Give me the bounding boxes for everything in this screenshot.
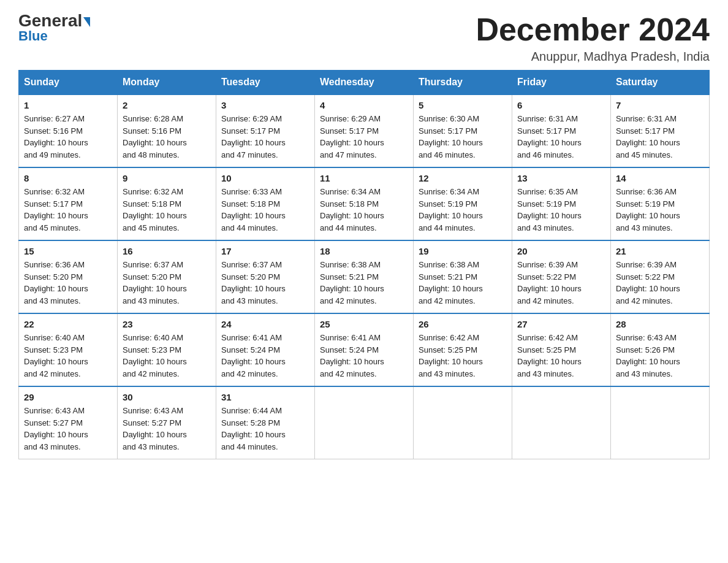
day-number: 26 — [419, 319, 507, 329]
day-info: Sunrise: 6:41 AMSunset: 5:24 PMDaylight:… — [221, 332, 309, 380]
calendar-cell: 20 Sunrise: 6:39 AMSunset: 5:22 PMDaylig… — [512, 240, 611, 313]
calendar-cell: 18 Sunrise: 6:38 AMSunset: 5:21 PMDaylig… — [315, 240, 414, 313]
calendar-cell: 1 Sunrise: 6:27 AMSunset: 5:16 PMDayligh… — [19, 94, 118, 167]
calendar-cell: 3 Sunrise: 6:29 AMSunset: 5:17 PMDayligh… — [216, 94, 315, 167]
calendar-cell: 8 Sunrise: 6:32 AMSunset: 5:17 PMDayligh… — [19, 167, 118, 240]
day-info: Sunrise: 6:43 AMSunset: 5:27 PMDaylight:… — [123, 405, 211, 453]
weekday-header-saturday: Saturday — [611, 71, 710, 95]
calendar-week-row: 22 Sunrise: 6:40 AMSunset: 5:23 PMDaylig… — [19, 313, 710, 386]
calendar-cell: 7 Sunrise: 6:31 AMSunset: 5:17 PMDayligh… — [611, 94, 710, 167]
calendar-cell: 29 Sunrise: 6:43 AMSunset: 5:27 PMDaylig… — [19, 386, 118, 459]
day-info: Sunrise: 6:38 AMSunset: 5:21 PMDaylight:… — [320, 259, 408, 307]
day-number: 19 — [419, 246, 507, 256]
day-info: Sunrise: 6:32 AMSunset: 5:17 PMDaylight:… — [24, 186, 112, 234]
calendar-week-row: 1 Sunrise: 6:27 AMSunset: 5:16 PMDayligh… — [19, 94, 710, 167]
calendar-cell: 10 Sunrise: 6:33 AMSunset: 5:18 PMDaylig… — [216, 167, 315, 240]
logo: General Blue — [18, 12, 90, 44]
day-info: Sunrise: 6:34 AMSunset: 5:19 PMDaylight:… — [419, 186, 507, 234]
day-number: 28 — [616, 319, 704, 329]
day-info: Sunrise: 6:30 AMSunset: 5:17 PMDaylight:… — [419, 113, 507, 161]
calendar-cell: 19 Sunrise: 6:38 AMSunset: 5:21 PMDaylig… — [414, 240, 512, 313]
calendar-cell: 25 Sunrise: 6:41 AMSunset: 5:24 PMDaylig… — [315, 313, 414, 386]
calendar-cell — [414, 386, 512, 459]
calendar-cell: 17 Sunrise: 6:37 AMSunset: 5:20 PMDaylig… — [216, 240, 315, 313]
calendar-cell: 5 Sunrise: 6:30 AMSunset: 5:17 PMDayligh… — [414, 94, 512, 167]
day-info: Sunrise: 6:42 AMSunset: 5:25 PMDaylight:… — [419, 332, 507, 380]
day-info: Sunrise: 6:31 AMSunset: 5:17 PMDaylight:… — [616, 113, 704, 161]
calendar-cell: 6 Sunrise: 6:31 AMSunset: 5:17 PMDayligh… — [512, 94, 611, 167]
day-number: 1 — [24, 100, 112, 110]
day-number: 13 — [517, 173, 605, 183]
location-text: Anuppur, Madhya Pradesh, India — [476, 50, 710, 64]
day-info: Sunrise: 6:36 AMSunset: 5:19 PMDaylight:… — [616, 186, 704, 234]
calendar-cell: 13 Sunrise: 6:35 AMSunset: 5:19 PMDaylig… — [512, 167, 611, 240]
day-info: Sunrise: 6:38 AMSunset: 5:21 PMDaylight:… — [419, 259, 507, 307]
weekday-header-sunday: Sunday — [19, 71, 118, 95]
calendar-cell: 22 Sunrise: 6:40 AMSunset: 5:23 PMDaylig… — [19, 313, 118, 386]
calendar-cell — [512, 386, 611, 459]
day-number: 30 — [123, 392, 211, 402]
calendar-cell: 2 Sunrise: 6:28 AMSunset: 5:16 PMDayligh… — [118, 94, 216, 167]
day-number: 21 — [616, 246, 704, 256]
calendar-week-row: 29 Sunrise: 6:43 AMSunset: 5:27 PMDaylig… — [19, 386, 710, 459]
day-info: Sunrise: 6:33 AMSunset: 5:18 PMDaylight:… — [221, 186, 309, 234]
day-number: 2 — [123, 100, 211, 110]
calendar-cell: 12 Sunrise: 6:34 AMSunset: 5:19 PMDaylig… — [414, 167, 512, 240]
day-info: Sunrise: 6:32 AMSunset: 5:18 PMDaylight:… — [123, 186, 211, 234]
day-number: 22 — [24, 319, 112, 329]
logo-blue-text: Blue — [18, 28, 48, 44]
day-number: 6 — [517, 100, 605, 110]
day-info: Sunrise: 6:37 AMSunset: 5:20 PMDaylight:… — [123, 259, 211, 307]
day-info: Sunrise: 6:40 AMSunset: 5:23 PMDaylight:… — [24, 332, 112, 380]
day-info: Sunrise: 6:29 AMSunset: 5:17 PMDaylight:… — [320, 113, 408, 161]
day-info: Sunrise: 6:35 AMSunset: 5:19 PMDaylight:… — [517, 186, 605, 234]
calendar-week-row: 15 Sunrise: 6:36 AMSunset: 5:20 PMDaylig… — [19, 240, 710, 313]
month-title: December 2024 — [476, 12, 710, 47]
calendar-cell: 16 Sunrise: 6:37 AMSunset: 5:20 PMDaylig… — [118, 240, 216, 313]
day-number: 29 — [24, 392, 112, 402]
day-number: 18 — [320, 246, 408, 256]
calendar-table: SundayMondayTuesdayWednesdayThursdayFrid… — [18, 70, 710, 459]
calendar-cell: 24 Sunrise: 6:41 AMSunset: 5:24 PMDaylig… — [216, 313, 315, 386]
weekday-header-thursday: Thursday — [414, 71, 512, 95]
calendar-cell: 26 Sunrise: 6:42 AMSunset: 5:25 PMDaylig… — [414, 313, 512, 386]
day-number: 15 — [24, 246, 112, 256]
day-info: Sunrise: 6:42 AMSunset: 5:25 PMDaylight:… — [517, 332, 605, 380]
calendar-cell: 21 Sunrise: 6:39 AMSunset: 5:22 PMDaylig… — [611, 240, 710, 313]
weekday-header-friday: Friday — [512, 71, 611, 95]
day-number: 17 — [221, 246, 309, 256]
day-number: 9 — [123, 173, 211, 183]
day-number: 27 — [517, 319, 605, 329]
day-info: Sunrise: 6:31 AMSunset: 5:17 PMDaylight:… — [517, 113, 605, 161]
calendar-cell: 11 Sunrise: 6:34 AMSunset: 5:18 PMDaylig… — [315, 167, 414, 240]
calendar-cell — [611, 386, 710, 459]
calendar-cell: 23 Sunrise: 6:40 AMSunset: 5:23 PMDaylig… — [118, 313, 216, 386]
calendar-cell: 31 Sunrise: 6:44 AMSunset: 5:28 PMDaylig… — [216, 386, 315, 459]
page-header: General Blue December 2024 Anuppur, Madh… — [18, 12, 710, 64]
calendar-cell: 14 Sunrise: 6:36 AMSunset: 5:19 PMDaylig… — [611, 167, 710, 240]
day-info: Sunrise: 6:40 AMSunset: 5:23 PMDaylight:… — [123, 332, 211, 380]
day-number: 14 — [616, 173, 704, 183]
calendar-cell: 4 Sunrise: 6:29 AMSunset: 5:17 PMDayligh… — [315, 94, 414, 167]
day-info: Sunrise: 6:28 AMSunset: 5:16 PMDaylight:… — [123, 113, 211, 161]
day-info: Sunrise: 6:44 AMSunset: 5:28 PMDaylight:… — [221, 405, 309, 453]
calendar-cell: 28 Sunrise: 6:43 AMSunset: 5:26 PMDaylig… — [611, 313, 710, 386]
day-number: 23 — [123, 319, 211, 329]
day-info: Sunrise: 6:34 AMSunset: 5:18 PMDaylight:… — [320, 186, 408, 234]
day-number: 24 — [221, 319, 309, 329]
day-info: Sunrise: 6:29 AMSunset: 5:17 PMDaylight:… — [221, 113, 309, 161]
calendar-cell: 27 Sunrise: 6:42 AMSunset: 5:25 PMDaylig… — [512, 313, 611, 386]
day-number: 31 — [221, 392, 309, 402]
calendar-cell: 9 Sunrise: 6:32 AMSunset: 5:18 PMDayligh… — [118, 167, 216, 240]
day-number: 3 — [221, 100, 309, 110]
weekday-header-row: SundayMondayTuesdayWednesdayThursdayFrid… — [19, 71, 710, 95]
title-section: December 2024 Anuppur, Madhya Pradesh, I… — [476, 12, 710, 64]
day-number: 5 — [419, 100, 507, 110]
day-info: Sunrise: 6:43 AMSunset: 5:26 PMDaylight:… — [616, 332, 704, 380]
day-info: Sunrise: 6:39 AMSunset: 5:22 PMDaylight:… — [616, 259, 704, 307]
calendar-cell — [315, 386, 414, 459]
calendar-week-row: 8 Sunrise: 6:32 AMSunset: 5:17 PMDayligh… — [19, 167, 710, 240]
weekday-header-wednesday: Wednesday — [315, 71, 414, 95]
day-number: 11 — [320, 173, 408, 183]
day-number: 8 — [24, 173, 112, 183]
